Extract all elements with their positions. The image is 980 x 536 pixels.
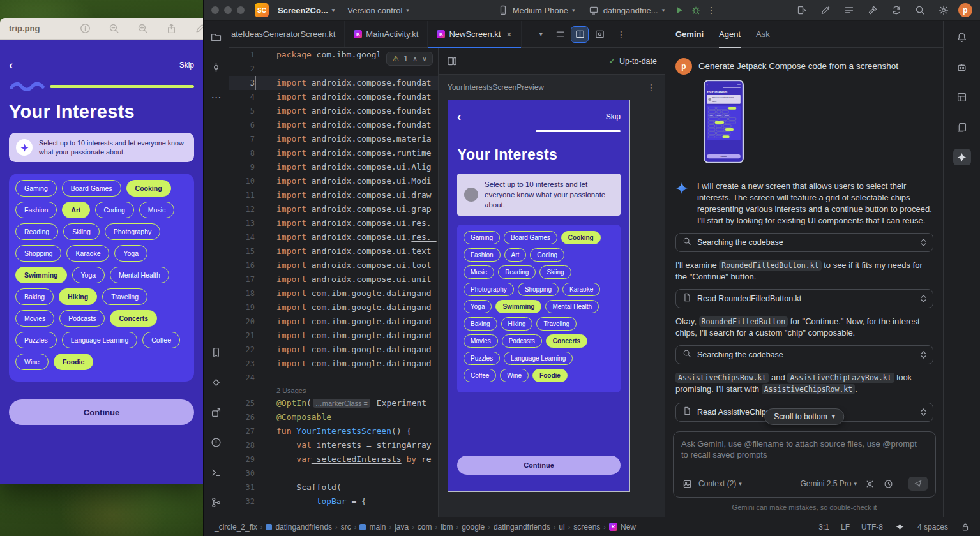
- breadcrumb-item[interactable]: KNew: [607, 523, 638, 532]
- scroll-to-bottom-button[interactable]: Scroll to bottom▾: [764, 408, 844, 425]
- tab-newscreen-kt[interactable]: KNewScreen.kt×: [428, 21, 521, 47]
- code-line[interactable]: 31 Scaffold(: [229, 480, 438, 495]
- device-selector[interactable]: Medium Phone▾: [494, 3, 579, 18]
- resource-manager-icon[interactable]: [953, 119, 971, 135]
- running-devices-icon[interactable]: [207, 344, 225, 361]
- code-line[interactable]: 22import com.ibm.google.datingand: [229, 343, 438, 357]
- gemini-settings-icon[interactable]: [864, 478, 875, 489]
- gemini-tab-ask[interactable]: Ask: [756, 21, 770, 48]
- expand-step-icon[interactable]: [921, 294, 926, 303]
- tab-mainactivity-kt[interactable]: KMainActivity.kt: [345, 21, 428, 47]
- code-editor[interactable]: 1package com.ibm.googl23import androidx.…: [229, 48, 438, 517]
- breadcrumb-item[interactable]: ui: [557, 523, 566, 532]
- code-line[interactable]: 5import androidx.compose.foundat: [229, 104, 438, 118]
- code-line[interactable]: 18import com.ibm.google.datingand: [229, 287, 438, 301]
- breadcrumb-item[interactable]: datingandfriends: [492, 523, 552, 532]
- code-line[interactable]: 24: [229, 371, 438, 385]
- code-line[interactable]: 4import androidx.compose.foundat: [229, 90, 438, 104]
- settings-icon[interactable]: [938, 4, 949, 16]
- breadcrumb-item[interactable]: com: [416, 523, 434, 532]
- indent-setting[interactable]: 4 spaces: [917, 523, 948, 532]
- code-line[interactable]: 21import com.ibm.google.datingand: [229, 329, 438, 343]
- design-view-button[interactable]: [591, 27, 608, 42]
- gemini-icon[interactable]: [953, 149, 971, 165]
- code-line[interactable]: 3import androidx.compose.foundat: [229, 76, 438, 90]
- context-selector[interactable]: Context (2)▾: [698, 479, 742, 488]
- code-line[interactable]: 7import androidx.compose.materia: [229, 132, 438, 146]
- ai-assist-icon[interactable]: [820, 4, 831, 16]
- code-line[interactable]: 30: [229, 466, 438, 480]
- next-problem-icon[interactable]: ∨: [422, 55, 427, 63]
- editor-options-icon[interactable]: ⋮: [617, 29, 626, 40]
- model-selector[interactable]: Gemini 2.5 Pro▾: [800, 479, 857, 488]
- code-line[interactable]: 20import com.ibm.google.datingand: [229, 315, 438, 329]
- code-view-button[interactable]: [552, 27, 568, 42]
- prompt-attachment-thumbnail[interactable]: ‹SkipYour InterestsSelect up to 10 inter…: [704, 80, 744, 163]
- breadcrumb-item[interactable]: _circle_2_fix: [213, 523, 259, 532]
- code-line[interactable]: 12import androidx.compose.ui.grap: [229, 202, 438, 216]
- gemini-tab-agent[interactable]: Agent: [719, 21, 741, 48]
- user-avatar[interactable]: p: [958, 3, 972, 17]
- breadcrumb-item[interactable]: google: [460, 523, 486, 532]
- project-selector[interactable]: Screen2Co...▾: [274, 4, 338, 17]
- breadcrumb-item[interactable]: ibm: [439, 523, 455, 532]
- lock-icon[interactable]: [960, 521, 971, 533]
- code-line[interactable]: 17import androidx.compose.ui.unit: [229, 272, 438, 287]
- agent-step[interactable]: Searching the codebase: [675, 233, 933, 252]
- search-everywhere-icon[interactable]: [914, 4, 926, 16]
- code-line[interactable]: 27fun YourInterestsScreen() {: [229, 424, 438, 438]
- device-mirroring-icon[interactable]: [796, 4, 808, 16]
- send-button[interactable]: [908, 477, 928, 491]
- code-line[interactable]: 8import androidx.compose.runtime: [229, 146, 438, 160]
- caret-position[interactable]: 3:1: [818, 523, 829, 532]
- code-line[interactable]: 26@Composable: [229, 410, 438, 424]
- layout-inspector-icon[interactable]: [953, 89, 971, 105]
- split-view-button[interactable]: [571, 27, 588, 42]
- preview-layout-icon[interactable]: [446, 56, 458, 67]
- code-line[interactable]: 9import androidx.compose.ui.Alig: [229, 160, 438, 174]
- app-inspection-icon[interactable]: [207, 404, 225, 421]
- prev-problem-icon[interactable]: ∧: [412, 55, 418, 63]
- code-line[interactable]: 16import androidx.compose.ui.tool: [229, 258, 438, 272]
- usages-hint[interactable]: 2 Usages: [276, 387, 306, 394]
- zoom-in-icon[interactable]: [137, 23, 148, 34]
- attach-context-icon[interactable]: [681, 478, 693, 489]
- run-config-selector[interactable]: datingandfrie...▾: [584, 3, 669, 18]
- build-icon[interactable]: [867, 4, 878, 16]
- sync-project-icon[interactable]: [891, 4, 902, 16]
- code-line[interactable]: 6import androidx.compose.foundat: [229, 118, 438, 132]
- more-tool-windows-icon[interactable]: ⋯: [207, 89, 225, 105]
- file-encoding[interactable]: UTF-8: [861, 523, 883, 532]
- breadcrumb-item[interactable]: datingandfriends: [264, 523, 334, 532]
- preview-menu-icon[interactable]: ⋮: [647, 82, 656, 93]
- code-line[interactable]: 13import androidx.compose.ui.res.: [229, 216, 438, 230]
- code-line[interactable]: 2 Usages: [229, 385, 438, 396]
- agent-step[interactable]: Searching the codebase: [675, 345, 933, 364]
- run-button[interactable]: [674, 4, 685, 16]
- code-line[interactable]: 11import androidx.compose.ui.draw: [229, 188, 438, 202]
- tab-ateideasgeneratorscreen-kt[interactable]: ateIdeasGeneratorScreen.kt: [229, 21, 345, 47]
- ai-spark-icon[interactable]: [894, 521, 906, 533]
- code-line[interactable]: 10import androidx.compose.ui.Modi: [229, 174, 438, 188]
- more-actions-icon[interactable]: ⋮: [707, 5, 716, 15]
- breadcrumb-item[interactable]: java: [393, 523, 411, 532]
- code-line[interactable]: 15import androidx.compose.ui.text: [229, 244, 438, 258]
- code-line[interactable]: 25@OptIn(…markerClass = Experiment: [229, 396, 438, 410]
- studio-bot-icon[interactable]: [953, 59, 971, 75]
- code-line[interactable]: 14import androidx.compose.ui.res._: [229, 230, 438, 244]
- breadcrumb-item[interactable]: src: [339, 523, 353, 532]
- line-ending[interactable]: LF: [841, 523, 850, 532]
- share-icon[interactable]: [166, 23, 177, 34]
- gemini-input[interactable]: Ask Gemini, use @filename to attach sour…: [673, 431, 936, 498]
- code-line[interactable]: 32 topBar = {: [229, 495, 438, 509]
- project-tool-icon[interactable]: [207, 29, 225, 45]
- debug-button[interactable]: [690, 4, 702, 16]
- code-line[interactable]: 29 var selectedInterests by re: [229, 452, 438, 466]
- expand-step-icon[interactable]: [921, 350, 926, 359]
- expand-step-icon[interactable]: [921, 238, 926, 247]
- agent-step[interactable]: Read RoundedFilledButton.kt: [675, 289, 933, 308]
- info-icon[interactable]: [80, 23, 91, 34]
- history-icon[interactable]: [882, 478, 894, 489]
- task-list-icon[interactable]: [843, 4, 855, 16]
- zoom-window-button[interactable]: [237, 6, 245, 14]
